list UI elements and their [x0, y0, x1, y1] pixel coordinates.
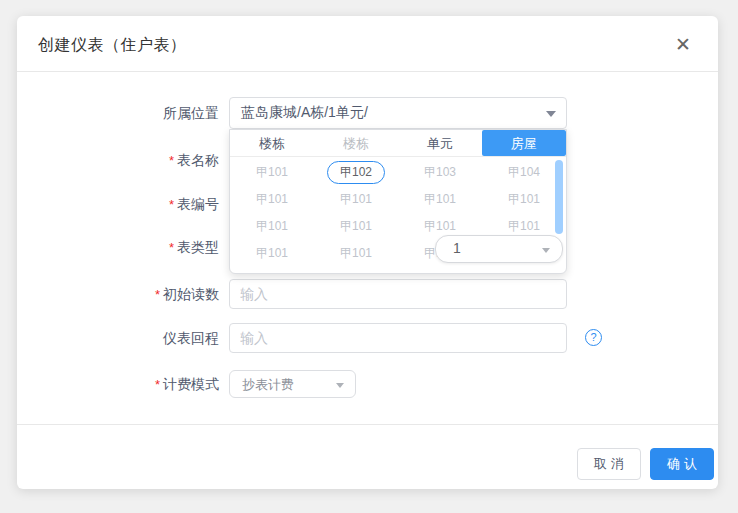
room-option[interactable]: 甲101 [482, 186, 566, 213]
required-asterisk: * [155, 377, 160, 392]
close-icon[interactable]: ✕ [670, 32, 696, 58]
room-option[interactable]: 甲101 [314, 186, 398, 213]
tab-building-2[interactable]: 楼栋 [314, 130, 398, 156]
meter-type-label: *表类型 [79, 237, 219, 257]
room-option[interactable]: 甲103 [398, 159, 482, 186]
room-option[interactable]: 甲101 [230, 186, 314, 213]
location-value: 蓝岛康城/A栋/1单元/ [241, 104, 368, 122]
caret-down-icon [542, 248, 550, 253]
room-option-selected[interactable]: 甲102 [314, 159, 398, 186]
caret-down-icon [336, 383, 344, 388]
meter-backhaul-input[interactable] [229, 323, 567, 353]
billing-mode-select[interactable]: 抄表计费 [229, 370, 356, 398]
room-option[interactable]: 甲101 [230, 159, 314, 186]
required-asterisk: * [155, 287, 160, 302]
meter-type-value: 1 [453, 240, 461, 256]
location-select[interactable]: 蓝岛康城/A栋/1单元/ [229, 97, 567, 129]
room-option[interactable]: 甲101 [398, 186, 482, 213]
room-option[interactable]: 甲101 [230, 240, 314, 267]
help-question-icon[interactable]: ? [585, 329, 602, 346]
dialog-footer: 取消 确认 [17, 424, 718, 489]
tab-room[interactable]: 房屋 [482, 130, 566, 156]
meter-no-label: *表编号 [79, 194, 219, 214]
room-option[interactable]: 甲101 [314, 213, 398, 240]
options-row: 甲101 甲101 甲101 甲101 [230, 186, 566, 213]
caret-down-icon [546, 111, 556, 117]
billing-mode-label: *计费模式 [79, 374, 219, 394]
options-row: 甲101 甲102 甲103 甲104 [230, 159, 566, 186]
initial-reading-label: *初始读数 [79, 284, 219, 304]
location-label: 所属位置 [79, 103, 219, 123]
dialog-header: 创建仪表（住户表） ✕ [17, 16, 718, 72]
meter-backhaul-label: 仪表回程 [79, 328, 219, 348]
dialog-title: 创建仪表（住户表） [38, 35, 187, 56]
initial-reading-input[interactable] [229, 279, 567, 309]
tab-building-1[interactable]: 楼栋 [230, 130, 314, 156]
cascader-tabs: 楼栋 楼栋 单元 房屋 [230, 130, 566, 157]
scrollbar-thumb[interactable] [555, 160, 563, 234]
cancel-button[interactable]: 取消 [577, 448, 641, 480]
room-option[interactable]: 甲101 [230, 213, 314, 240]
billing-mode-value: 抄表计费 [242, 376, 294, 394]
meter-name-label: *表名称 [79, 150, 219, 170]
meter-type-select[interactable]: 1 [435, 235, 563, 263]
required-asterisk: * [169, 153, 174, 168]
room-option[interactable]: 甲101 [314, 240, 398, 267]
required-asterisk: * [169, 240, 174, 255]
create-meter-dialog: 创建仪表（住户表） ✕ 所属位置 *表名称 *表编号 *表类型 *初始读数 仪表… [17, 16, 718, 489]
tab-unit[interactable]: 单元 [398, 130, 482, 156]
room-option[interactable]: 甲104 [482, 159, 566, 186]
confirm-button[interactable]: 确认 [650, 448, 714, 480]
required-asterisk: * [169, 197, 174, 212]
